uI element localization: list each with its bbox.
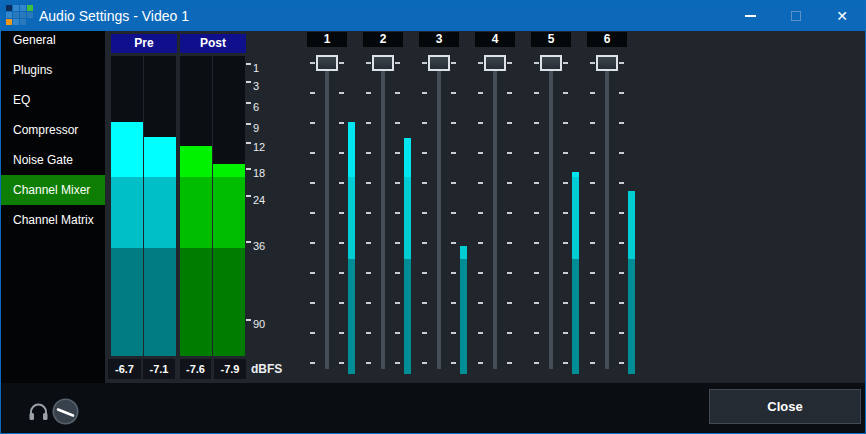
channel-6-label: 6 [587,32,627,47]
app-logo-icon [6,5,35,27]
headphones-icon[interactable] [28,402,49,422]
fader-scale-ticks [619,62,624,365]
minimize-icon [745,15,756,17]
channel-3-fader-track[interactable] [437,63,441,369]
sidebar-item-channel-matrix[interactable]: Channel Matrix [1,205,105,235]
window-title: Audio Settings - Video 1 [39,1,189,31]
sidebar-item-channel-mixer[interactable]: Channel Mixer [1,175,105,205]
channel-2-fader-handle[interactable] [372,55,394,71]
channel-5-label: 5 [531,32,571,47]
scale-tick-3: 3 [253,80,259,92]
channel-strip-1: 1 [299,31,355,383]
scale-tick-1: 1 [253,62,259,74]
pre-left-db-readout: -6.7 [108,359,141,379]
channel-3-fader-handle[interactable] [428,55,450,71]
maximize-icon [791,11,801,21]
channel-strip-6: 6 [579,31,635,383]
sidebar-item-eq[interactable]: EQ [1,85,105,115]
fader-scale-ticks [507,62,512,365]
channel-4-label: 4 [475,32,515,47]
channel-3-level-meter [460,63,467,374]
channel-2-level-meter [404,63,411,374]
post-right-db-readout: -7.9 [214,359,246,379]
channel-4-fader-handle[interactable] [484,55,506,71]
fader-scale-ticks [366,62,371,365]
dialog-content: General Plugins EQ Compressor Noise Gate… [1,31,865,433]
scale-tick-18: 18 [253,167,265,179]
channel-5-level-meter [572,63,579,374]
scale-tick-6: 6 [253,101,259,113]
channel-3-label: 3 [419,32,459,47]
channel-strip-3: 3 [411,31,467,383]
channel-6-level-meter [628,63,635,374]
dbfs-unit-label: dBFS [251,362,282,376]
channel-strip-2: 2 [355,31,411,383]
fader-scale-ticks [563,62,568,365]
pre-meter-right [144,56,176,356]
titlebar[interactable]: Audio Settings - Video 1 ✕ [1,1,865,31]
fader-scale-ticks [590,62,595,365]
fader-scale-ticks [339,62,344,365]
channel-5-fader-handle[interactable] [540,55,562,71]
headphone-volume-knob[interactable] [52,398,79,425]
post-meter-left [180,56,212,356]
pre-meter-left [111,56,143,356]
sidebar-item-noise-gate[interactable]: Noise Gate [1,145,105,175]
channel-1-fader-track[interactable] [325,63,329,369]
fader-scale-ticks [478,62,483,365]
post-meter-header: Post [180,34,246,53]
channel-6-fader-handle[interactable] [596,55,618,71]
channel-2-label: 2 [363,32,403,47]
channel-1-level-meter [348,63,355,374]
channel-5-fader-track[interactable] [549,63,553,369]
scale-tick-24: 24 [253,194,265,206]
fader-scale-ticks [422,62,427,365]
channel-strip-4: 4 [467,31,523,383]
fader-scale-ticks [451,62,456,365]
scale-tick-90: 90 [253,318,265,330]
channel-1-fader-handle[interactable] [316,55,338,71]
audio-settings-window: Audio Settings - Video 1 ✕ General Plugi… [0,0,866,434]
pre-meter-header: Pre [111,34,177,53]
close-window-button[interactable]: ✕ [819,1,865,31]
fader-scale-ticks [534,62,539,365]
close-button[interactable]: Close [709,389,861,424]
channel-4-fader-track[interactable] [493,63,497,369]
footer-bar: Close [1,383,865,434]
channel-2-fader-track[interactable] [381,63,385,369]
post-left-db-readout: -7.6 [180,359,211,379]
sidebar-item-compressor[interactable]: Compressor [1,115,105,145]
maximize-button[interactable] [773,1,819,31]
scale-tick-12: 12 [253,141,265,153]
scale-tick-9: 9 [253,122,259,134]
close-icon: ✕ [836,9,848,23]
channel-6-fader-track[interactable] [605,63,609,369]
fader-scale-ticks [395,62,400,365]
sidebar-nav: General Plugins EQ Compressor Noise Gate… [1,31,105,383]
minimize-button[interactable] [727,1,773,31]
channel-mixer-panel: Pre Post 1 3 6 9 12 18 24 36 90 -6.7 -7.… [105,31,866,383]
channel-4-level-meter [516,63,523,374]
channel-strip-5: 5 [523,31,579,383]
channel-1-label: 1 [307,32,347,47]
fader-scale-ticks [310,62,315,365]
pre-right-db-readout: -7.1 [143,359,175,379]
sidebar-item-general[interactable]: General [1,31,105,55]
scale-tick-36: 36 [253,240,265,252]
sidebar-item-plugins[interactable]: Plugins [1,55,105,85]
post-meter-right [213,56,245,356]
